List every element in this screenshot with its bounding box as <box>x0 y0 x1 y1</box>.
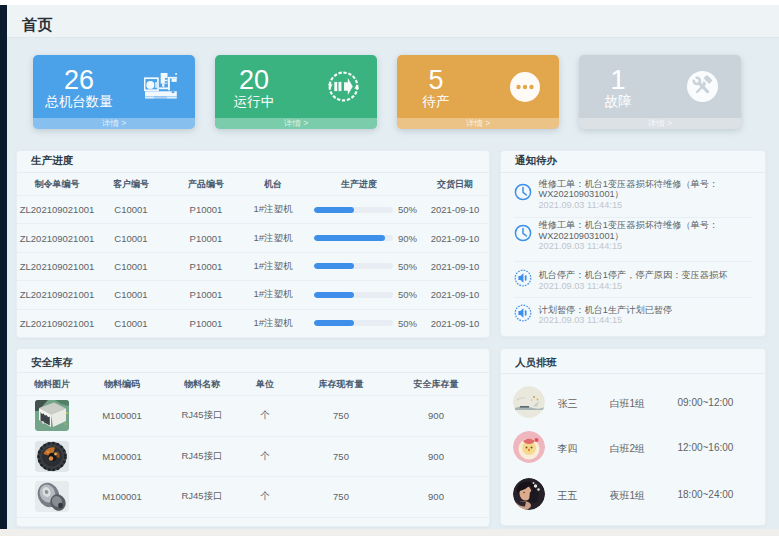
cell: 个 <box>247 409 283 422</box>
notice-item[interactable]: 维修工单：机台1变压器损坏待维修（单号：WX202109031001）2021.… <box>514 179 752 211</box>
cell: M100001 <box>87 451 157 462</box>
cell: 1#注塑机 <box>247 288 299 301</box>
tab-home[interactable]: 首页 <box>22 16 53 35</box>
inventory-row[interactable]: M100001RJ45接口个750900 <box>17 396 489 437</box>
column-header: 生产进度 <box>299 178 419 191</box>
column-header: 制令单编号 <box>17 178 97 191</box>
cell: P10001 <box>165 204 247 215</box>
column-header: 安全库存量 <box>399 378 473 391</box>
cell: ZL202109021001 <box>17 289 97 300</box>
notice-message: 机台停产：机台1停产，停产原因：变压器损坏 <box>539 270 728 281</box>
card-waiting[interactable]: 5 待产 详情 > <box>397 55 559 129</box>
production-row[interactable]: ZL202109021001C10001P100011#注塑机50%2021-0… <box>17 310 489 338</box>
card-fault[interactable]: 1 故障 详情 > <box>579 55 741 129</box>
cell: ZL202109021001 <box>17 233 97 244</box>
staff-name: 李四 <box>558 442 578 456</box>
delivery-date-cell: 2021-09-10 <box>419 233 491 244</box>
column-header: 客户编号 <box>97 178 165 191</box>
progress-bar-fill <box>314 207 354 213</box>
card-running[interactable]: 20 运行中 详情 > <box>215 55 377 129</box>
panel-safety-stock: 安全库存 物料图片 物料编码 物料名称 单位 库存现有量 安全库存量 M1000… <box>16 348 490 527</box>
progress-percent: 50% <box>398 318 417 329</box>
card-value: 26 <box>33 69 125 92</box>
cell: P10001 <box>165 318 247 329</box>
progress-cell: 90% <box>299 233 419 244</box>
tab-bar: 首页 <box>7 5 779 38</box>
progress-cell: 50% <box>299 261 419 272</box>
notice-timestamp: 2021.09.03 11:44:15 <box>539 315 673 326</box>
progress-cell: 50% <box>299 204 419 215</box>
notice-item[interactable]: 维修工单：机台1变压器损坏待维修（单号：WX202109031001）2021.… <box>514 220 752 252</box>
schedule-row[interactable]: 李四白班2组12:00~16:00 <box>513 431 757 463</box>
portrait-avatar <box>513 478 545 510</box>
progress-percent: 50% <box>398 261 417 272</box>
notice-text: 维修工单：机台1变压器损坏待维修（单号：WX202109031001）2021.… <box>539 220 753 252</box>
staff-shift: 夜班1组 <box>610 489 646 503</box>
speaker-icon <box>514 269 532 287</box>
cell: 750 <box>283 410 399 421</box>
panel-title: 通知待办 <box>501 151 765 173</box>
production-row[interactable]: ZL202109021001C10001P100011#注塑机90%2021-0… <box>17 224 489 252</box>
divider <box>514 217 752 218</box>
progress-cell: 50% <box>299 318 419 329</box>
card-detail-strip[interactable]: 详情 > <box>215 118 377 129</box>
card-text: 5 待产 <box>397 55 482 118</box>
schedule-row[interactable]: 王五夜班1组18:00~24:00 <box>513 478 757 510</box>
cell: ZL202109021001 <box>17 204 97 215</box>
cell: C10001 <box>97 261 165 272</box>
cell: 1#注塑机 <box>247 232 299 245</box>
production-row[interactable]: ZL202109021001C10001P100011#注塑机50%2021-0… <box>17 281 489 309</box>
cell: 900 <box>399 491 473 502</box>
delivery-date-cell: 2021-09-10 <box>419 318 491 329</box>
sidebar-edge <box>0 5 7 529</box>
staff-time: 09:00~12:00 <box>678 397 734 408</box>
panel-title: 人员排班 <box>501 349 765 374</box>
cell: 900 <box>399 451 473 462</box>
column-header: 单位 <box>247 378 283 391</box>
card-detail-strip[interactable]: 详情 > <box>33 118 195 129</box>
card-value: 1 <box>579 69 664 92</box>
card-detail-link[interactable]: 详情 > <box>102 119 126 128</box>
cell: C10001 <box>97 289 165 300</box>
staff-time: 12:00~16:00 <box>678 442 734 453</box>
panel-notices: 通知待办 维修工单：机台1变压器损坏待维修（单号：WX202109031001）… <box>500 150 766 337</box>
cell: M100001 <box>87 410 157 421</box>
schedule-row[interactable]: 张三白班1组09:00~12:00 <box>513 386 757 418</box>
card-detail-link[interactable]: 详情 > <box>648 119 672 128</box>
notice-message: 计划暂停：机台1生产计划已暂停 <box>539 305 673 316</box>
divider <box>514 297 752 298</box>
card-detail-link[interactable]: 详情 > <box>284 119 308 128</box>
cell: RJ45接口 <box>157 490 247 503</box>
progress-bar-track <box>314 320 393 326</box>
inventory-row[interactable]: M100001RJ45接口个750900 <box>17 437 489 478</box>
inventory-row[interactable]: M100001RJ45接口个750900 <box>17 477 489 518</box>
card-total-machines[interactable]: 26 总机台数量 <box>33 55 195 129</box>
notice-text: 机台停产：机台1停产，停产原因：变压器损坏2021.09.03 11:44:15 <box>539 270 728 291</box>
column-header: 机台 <box>247 178 299 191</box>
cell: 个 <box>247 450 283 463</box>
cell: C10001 <box>97 318 165 329</box>
panel-staff-schedule: 人员排班 张三白班1组09:00~12:00 李四白班2组12:00~16:00… <box>500 348 766 526</box>
progress-bar-fill <box>314 292 354 298</box>
panel-title: 安全库存 <box>17 349 489 373</box>
staff-shift: 白班2组 <box>610 442 646 456</box>
card-label: 待产 <box>397 95 482 109</box>
notice-item[interactable]: 机台停产：机台1停产，停产原因：变压器损坏2021.09.03 11:44:15 <box>514 270 752 291</box>
production-table-header: 制令单编号 客户编号 产品编号 机台 生产进度 交货日期 <box>17 173 489 196</box>
column-header: 库存现有量 <box>283 378 399 391</box>
progress-bar-fill <box>314 235 385 241</box>
production-row[interactable]: ZL202109021001C10001P100011#注塑机50%2021-0… <box>17 196 489 224</box>
card-text: 1 故障 <box>579 55 664 118</box>
speaker-icon <box>514 304 532 322</box>
card-detail-link[interactable]: 详情 > <box>466 119 490 128</box>
production-row[interactable]: ZL202109021001C10001P100011#注塑机50%2021-0… <box>17 253 489 281</box>
cell: P10001 <box>165 261 247 272</box>
card-label: 总机台数量 <box>33 95 125 109</box>
progress-bar-track <box>314 207 393 213</box>
notice-item[interactable]: 计划暂停：机台1生产计划已暂停2021.09.03 11:44:15 <box>514 305 752 326</box>
cell: ZL202109021001 <box>17 318 97 329</box>
card-detail-strip[interactable]: 详情 > <box>579 118 741 129</box>
card-text: 26 总机台数量 <box>33 55 125 118</box>
progress-percent: 50% <box>398 204 417 215</box>
card-detail-strip[interactable]: 详情 > <box>397 118 559 129</box>
